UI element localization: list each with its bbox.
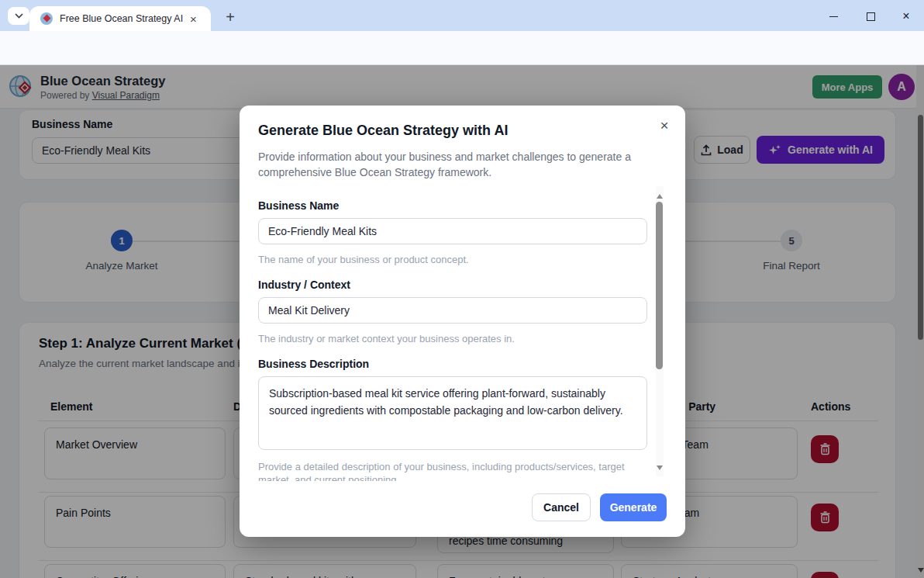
modal-scroll-down-icon[interactable]: [657, 466, 663, 473]
modal-description-label: Business Description: [258, 358, 369, 370]
modal-subtitle: Provide information about your business …: [258, 149, 652, 181]
generate-button[interactable]: Generate: [600, 493, 667, 521]
modal-scroll-up-icon[interactable]: [657, 191, 663, 199]
modal-description-help: Provide a detailed description of your b…: [258, 460, 655, 481]
window-minimize-button[interactable]: [820, 6, 846, 26]
modal-industry-help: The industry or market context your busi…: [258, 332, 655, 345]
new-tab-button[interactable]: +: [219, 6, 242, 28]
modal-industry-input[interactable]: [258, 297, 647, 324]
tab-search-button[interactable]: [8, 7, 29, 25]
screen: Free Blue Ocean Strategy AI Too × + × ← …: [0, 0, 924, 578]
modal-description-textarea[interactable]: Subscription-based meal kit service offe…: [258, 376, 647, 450]
generate-ai-modal: Generate Blue Ocean Strategy with AI × P…: [240, 106, 685, 537]
modal-title: Generate Blue Ocean Strategy with AI: [258, 123, 508, 139]
window-maximize-button[interactable]: [857, 6, 884, 26]
modal-business-name-help: The name of your business or product con…: [258, 253, 655, 266]
site-favicon-icon: [40, 12, 53, 25]
browser-toolbar: ← → ⟳ ai-toolbox.visual-paradigm.com/app…: [0, 31, 924, 65]
browser-tabstrip: Free Blue Ocean Strategy AI Too × + ×: [0, 0, 924, 31]
modal-close-icon[interactable]: ×: [655, 116, 674, 135]
tab-close-icon[interactable]: ×: [190, 13, 197, 25]
cancel-button[interactable]: Cancel: [532, 493, 591, 521]
modal-business-name-input[interactable]: [258, 218, 647, 244]
window-close-button[interactable]: ×: [893, 6, 919, 26]
modal-business-name-label: Business Name: [258, 199, 339, 212]
modal-industry-label: Industry / Context: [258, 279, 350, 291]
browser-tab[interactable]: Free Blue Ocean Strategy AI Too ×: [29, 6, 211, 31]
chevron-down-icon: [15, 13, 23, 19]
tab-title: Free Blue Ocean Strategy AI Too: [60, 13, 185, 24]
modal-scrollbar-thumb[interactable]: [656, 202, 663, 369]
app-viewport: Blue Ocean Strategy Powered by Visual Pa…: [0, 65, 924, 578]
